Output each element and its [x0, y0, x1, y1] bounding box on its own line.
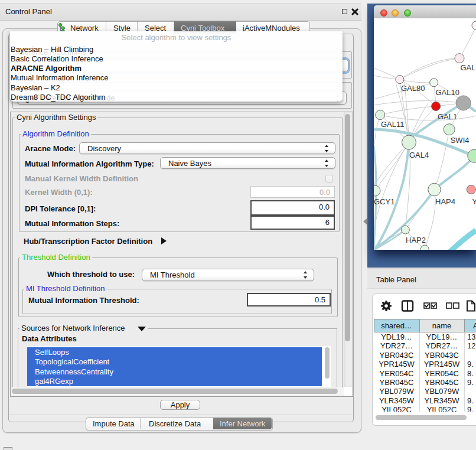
svg-text:GAL4: GAL4 — [409, 151, 429, 159]
svg-text:GAL: GAL — [461, 63, 476, 72]
svg-text:GAL80: GAL80 — [401, 84, 425, 93]
svg-text:GCY1: GCY1 — [374, 197, 395, 206]
svg-text:SWI4: SWI4 — [451, 136, 470, 145]
svg-text:Y: Y — [472, 197, 476, 206]
svg-text:GAL1: GAL1 — [438, 112, 457, 121]
svg-text:GAL10: GAL10 — [436, 88, 459, 97]
svg-text:HAP2: HAP2 — [406, 236, 426, 244]
svg-text:GAL11: GAL11 — [381, 120, 405, 129]
svg-text:HAP4: HAP4 — [435, 197, 455, 206]
